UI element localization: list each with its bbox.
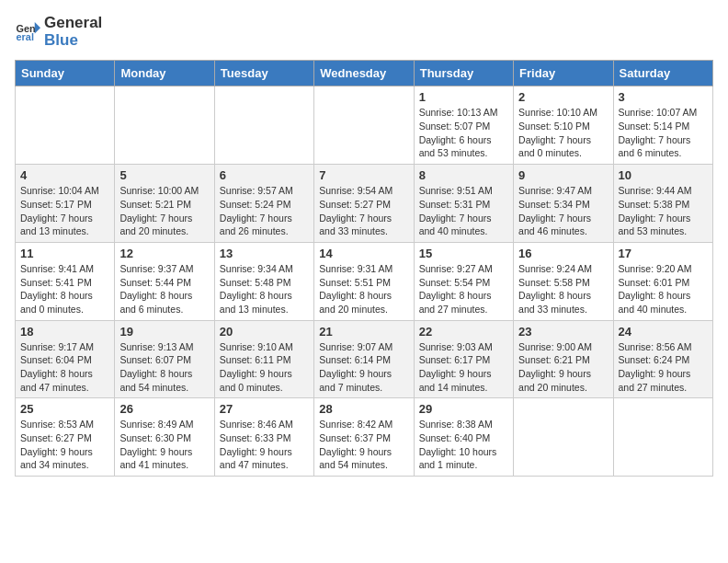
day-info: Sunrise: 9:07 AM Sunset: 6:14 PM Dayligh… — [319, 340, 408, 395]
day-number: 2 — [518, 90, 608, 104]
calendar-cell — [613, 398, 712, 477]
calendar-cell: 17Sunrise: 9:20 AM Sunset: 6:01 PM Dayli… — [613, 242, 712, 320]
calendar-table: SundayMondayTuesdayWednesdayThursdayFrid… — [15, 60, 713, 477]
day-number: 7 — [319, 168, 408, 182]
day-info: Sunrise: 9:03 AM Sunset: 6:17 PM Dayligh… — [419, 340, 508, 395]
page-header: Gen eral General Blue — [15, 15, 713, 49]
day-number: 10 — [619, 168, 708, 182]
day-number: 5 — [119, 168, 209, 182]
calendar-cell: 2Sunrise: 10:10 AM Sunset: 5:10 PM Dayli… — [514, 86, 613, 165]
day-info: Sunrise: 8:56 AM Sunset: 6:24 PM Dayligh… — [619, 340, 708, 395]
day-info: Sunrise: 10:04 AM Sunset: 5:17 PM Daylig… — [20, 184, 109, 238]
svg-marker-2 — [35, 22, 40, 33]
day-number: 24 — [619, 325, 708, 339]
day-info: Sunrise: 8:46 AM Sunset: 6:33 PM Dayligh… — [220, 418, 309, 472]
header-saturday: Saturday — [613, 61, 712, 86]
svg-text:eral: eral — [17, 31, 34, 42]
day-info: Sunrise: 8:53 AM Sunset: 6:27 PM Dayligh… — [20, 418, 109, 472]
day-number: 18 — [20, 325, 109, 339]
day-info: Sunrise: 10:07 AM Sunset: 5:14 PM Daylig… — [619, 106, 708, 160]
day-info: Sunrise: 9:34 AM Sunset: 5:48 PM Dayligh… — [220, 262, 309, 316]
header-wednesday: Wednesday — [314, 61, 414, 86]
logo-icon: Gen eral — [15, 19, 40, 45]
day-info: Sunrise: 8:38 AM Sunset: 6:40 PM Dayligh… — [419, 418, 508, 472]
calendar-cell: 4Sunrise: 10:04 AM Sunset: 5:17 PM Dayli… — [16, 165, 115, 243]
day-number: 15 — [419, 247, 508, 260]
day-number: 8 — [419, 168, 508, 182]
day-number: 6 — [220, 168, 309, 182]
day-info: Sunrise: 9:47 AM Sunset: 5:34 PM Dayligh… — [518, 184, 608, 238]
header-tuesday: Tuesday — [214, 61, 313, 86]
week-row-2: 4Sunrise: 10:04 AM Sunset: 5:17 PM Dayli… — [16, 165, 713, 243]
day-info: Sunrise: 10:00 AM Sunset: 5:21 PM Daylig… — [119, 184, 209, 238]
calendar-cell: 1Sunrise: 10:13 AM Sunset: 5:07 PM Dayli… — [414, 86, 513, 165]
calendar-cell: 9Sunrise: 9:47 AM Sunset: 5:34 PM Daylig… — [514, 165, 613, 243]
calendar-cell — [514, 398, 613, 477]
day-number: 11 — [20, 247, 109, 260]
day-number: 20 — [220, 325, 309, 339]
day-number: 4 — [20, 168, 109, 182]
calendar-cell: 23Sunrise: 9:00 AM Sunset: 6:21 PM Dayli… — [514, 320, 613, 398]
day-info: Sunrise: 9:37 AM Sunset: 5:44 PM Dayligh… — [119, 262, 209, 316]
day-number: 9 — [518, 168, 608, 182]
calendar-cell: 18Sunrise: 9:17 AM Sunset: 6:04 PM Dayli… — [16, 320, 115, 398]
day-info: Sunrise: 9:27 AM Sunset: 5:54 PM Dayligh… — [419, 262, 508, 316]
day-info: Sunrise: 9:54 AM Sunset: 5:27 PM Dayligh… — [319, 184, 408, 238]
day-info: Sunrise: 8:49 AM Sunset: 6:30 PM Dayligh… — [119, 418, 209, 472]
day-info: Sunrise: 9:31 AM Sunset: 5:51 PM Dayligh… — [319, 262, 408, 316]
day-info: Sunrise: 9:20 AM Sunset: 6:01 PM Dayligh… — [619, 262, 708, 316]
day-info: Sunrise: 9:57 AM Sunset: 5:24 PM Dayligh… — [220, 184, 309, 238]
header-friday: Friday — [514, 61, 613, 86]
calendar-cell: 5Sunrise: 10:00 AM Sunset: 5:21 PM Dayli… — [115, 165, 214, 243]
calendar-cell: 25Sunrise: 8:53 AM Sunset: 6:27 PM Dayli… — [16, 398, 115, 477]
calendar-cell: 7Sunrise: 9:54 AM Sunset: 5:27 PM Daylig… — [314, 165, 414, 243]
calendar-cell: 10Sunrise: 9:44 AM Sunset: 5:38 PM Dayli… — [613, 165, 712, 243]
day-number: 28 — [319, 402, 408, 416]
calendar-cell: 26Sunrise: 8:49 AM Sunset: 6:30 PM Dayli… — [115, 398, 214, 477]
calendar-cell: 22Sunrise: 9:03 AM Sunset: 6:17 PM Dayli… — [414, 320, 513, 398]
day-info: Sunrise: 9:51 AM Sunset: 5:31 PM Dayligh… — [419, 184, 508, 238]
day-number: 27 — [220, 402, 309, 416]
logo: Gen eral General Blue — [15, 15, 102, 49]
logo-text-line2: Blue — [44, 32, 102, 50]
calendar-cell: 8Sunrise: 9:51 AM Sunset: 5:31 PM Daylig… — [414, 165, 513, 243]
day-number: 25 — [20, 402, 109, 416]
day-number: 29 — [419, 402, 508, 416]
day-info: Sunrise: 9:41 AM Sunset: 5:41 PM Dayligh… — [20, 262, 109, 316]
day-number: 13 — [220, 247, 309, 260]
week-row-5: 25Sunrise: 8:53 AM Sunset: 6:27 PM Dayli… — [16, 398, 713, 477]
week-row-4: 18Sunrise: 9:17 AM Sunset: 6:04 PM Dayli… — [16, 320, 713, 398]
calendar-cell: 27Sunrise: 8:46 AM Sunset: 6:33 PM Dayli… — [214, 398, 313, 477]
calendar-cell: 14Sunrise: 9:31 AM Sunset: 5:51 PM Dayli… — [314, 242, 414, 320]
header-thursday: Thursday — [414, 61, 513, 86]
day-number: 26 — [119, 402, 209, 416]
day-number: 19 — [119, 325, 209, 339]
day-info: Sunrise: 8:42 AM Sunset: 6:37 PM Dayligh… — [319, 418, 408, 472]
calendar-cell: 3Sunrise: 10:07 AM Sunset: 5:14 PM Dayli… — [613, 86, 712, 165]
day-number: 3 — [619, 90, 708, 104]
calendar-cell: 6Sunrise: 9:57 AM Sunset: 5:24 PM Daylig… — [214, 165, 313, 243]
logo-text-line1: General — [44, 15, 102, 32]
day-info: Sunrise: 10:13 AM Sunset: 5:07 PM Daylig… — [419, 106, 508, 160]
header-monday: Monday — [115, 61, 214, 86]
calendar-cell — [16, 86, 115, 165]
day-number: 14 — [319, 247, 408, 260]
calendar-cell: 12Sunrise: 9:37 AM Sunset: 5:44 PM Dayli… — [115, 242, 214, 320]
calendar-cell: 29Sunrise: 8:38 AM Sunset: 6:40 PM Dayli… — [414, 398, 513, 477]
day-info: Sunrise: 9:17 AM Sunset: 6:04 PM Dayligh… — [20, 340, 109, 395]
day-number: 23 — [518, 325, 608, 339]
calendar-cell: 11Sunrise: 9:41 AM Sunset: 5:41 PM Dayli… — [16, 242, 115, 320]
day-info: Sunrise: 9:13 AM Sunset: 6:07 PM Dayligh… — [119, 340, 209, 395]
calendar-cell: 21Sunrise: 9:07 AM Sunset: 6:14 PM Dayli… — [314, 320, 414, 398]
calendar-cell — [314, 86, 414, 165]
calendar-cell: 28Sunrise: 8:42 AM Sunset: 6:37 PM Dayli… — [314, 398, 414, 477]
day-number: 17 — [619, 247, 708, 260]
calendar-cell: 19Sunrise: 9:13 AM Sunset: 6:07 PM Dayli… — [115, 320, 214, 398]
day-info: Sunrise: 9:44 AM Sunset: 5:38 PM Dayligh… — [619, 184, 708, 238]
calendar-header-row: SundayMondayTuesdayWednesdayThursdayFrid… — [16, 61, 713, 86]
day-info: Sunrise: 9:00 AM Sunset: 6:21 PM Dayligh… — [518, 340, 608, 395]
calendar-cell: 16Sunrise: 9:24 AM Sunset: 5:58 PM Dayli… — [514, 242, 613, 320]
day-number: 21 — [319, 325, 408, 339]
calendar-cell: 13Sunrise: 9:34 AM Sunset: 5:48 PM Dayli… — [214, 242, 313, 320]
week-row-3: 11Sunrise: 9:41 AM Sunset: 5:41 PM Dayli… — [16, 242, 713, 320]
